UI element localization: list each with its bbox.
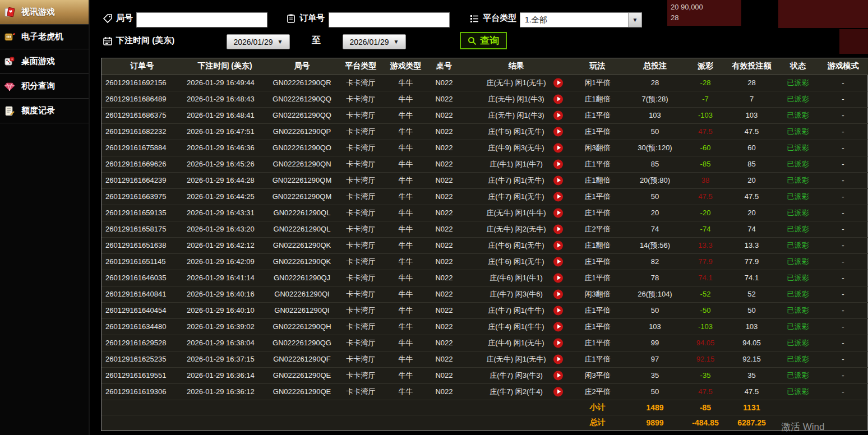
cell-status: 已派彩: [778, 75, 818, 91]
sidebar-item-slots[interactable]: 电子老虎机: [0, 25, 89, 49]
replay-video-icon[interactable]: [553, 289, 563, 299]
replay-video-icon[interactable]: [553, 273, 563, 283]
spacer-cell: [778, 400, 868, 415]
replay-video-icon[interactable]: [553, 322, 563, 331]
sidebar-item-points-query[interactable]: 积分查询: [0, 74, 89, 99]
replay-video-icon[interactable]: [553, 110, 563, 120]
cell-result: 庄(无牛) 闲2(无牛): [461, 221, 571, 237]
table-row[interactable]: 260129161634480 2026-01-29 16:39:02 GN02…: [101, 318, 868, 335]
cell-bet-type: 庄1平倍: [571, 107, 624, 123]
table-row[interactable]: 260129161686375 2026-01-29 16:48:41 GN02…: [101, 107, 868, 123]
table-row[interactable]: 260129161659135 2026-01-29 16:43:31 GN02…: [101, 205, 868, 221]
replay-video-icon[interactable]: [553, 94, 563, 104]
cell-game-mode: -: [818, 156, 868, 172]
cell-bet-type: 庄2平倍: [571, 383, 624, 400]
table-row[interactable]: 260129161658175 2026-01-29 16:43:20 GN02…: [101, 221, 868, 237]
replay-video-icon[interactable]: [553, 127, 563, 136]
cell-valid-bet: 7: [725, 91, 778, 107]
cell-bet-type: 闲3翻倍: [571, 286, 624, 302]
result-text: 庄(牛9) 闲3(无牛): [488, 144, 544, 152]
result-text: 庄(无牛) 闲1(无牛): [486, 355, 546, 363]
replay-video-icon[interactable]: [553, 354, 563, 364]
cell-status: 已派彩: [778, 270, 818, 286]
table-row[interactable]: 260129161651145 2026-01-29 16:42:09 GN02…: [101, 253, 868, 270]
cell-valid-bet: 50: [725, 302, 778, 318]
table-row[interactable]: 260129161640454 2026-01-29 16:40:10 GN02…: [101, 302, 868, 318]
replay-video-icon[interactable]: [553, 159, 563, 169]
date-to-picker[interactable]: 2026/01/29 ▼: [343, 34, 406, 49]
cell-result: 庄(无牛) 闲1(牛3): [461, 107, 571, 123]
cell-order-number: 260129161686489: [101, 91, 183, 107]
cell-platform: 卡卡湾厅: [337, 221, 385, 237]
cell-status: 已派彩: [778, 221, 818, 237]
cell-game-mode: -: [818, 75, 868, 91]
table-row[interactable]: 260129161640841 2026-01-29 16:40:16 GN02…: [101, 286, 868, 302]
replay-video-icon[interactable]: [553, 338, 563, 348]
order-number-input[interactable]: [329, 12, 450, 27]
table-row[interactable]: 260129161682232 2026-01-29 16:47:51 GN02…: [101, 123, 868, 140]
cell-game-mode: -: [818, 270, 868, 286]
cell-order-number: 260129161675884: [101, 140, 183, 156]
platform-type-select[interactable]: 1.全部 ▼: [520, 12, 642, 27]
cell-bet-time: 2026-01-29 16:47:51: [183, 123, 267, 140]
result-text: 庄(牛1) 闲1(牛7): [490, 160, 543, 168]
table-row[interactable]: 260129161669626 2026-01-29 16:45:26 GN02…: [101, 156, 868, 172]
cell-game-mode: -: [818, 302, 868, 318]
cell-game-type: 牛牛: [385, 318, 427, 335]
table-row[interactable]: 260129161625235 2026-01-29 16:37:15 GN02…: [101, 351, 868, 367]
replay-video-icon[interactable]: [553, 78, 563, 87]
table-row[interactable]: 260129161629528 2026-01-29 16:38:04 GN02…: [101, 335, 868, 351]
cell-total-bet: 30(预:120): [624, 140, 686, 156]
table-row[interactable]: 260129161692156 2026-01-29 16:49:44 GN02…: [101, 75, 868, 91]
cell-game-mode: -: [818, 351, 868, 367]
replay-video-icon[interactable]: [553, 192, 563, 201]
table-row[interactable]: 260129161619551 2026-01-29 16:36:14 GN02…: [101, 367, 868, 383]
table-row[interactable]: 260129161651638 2026-01-29 16:42:12 GN02…: [101, 237, 868, 253]
result-text: 庄(牛7) 闲3(牛6): [490, 290, 543, 298]
cell-round-number: GN022261290QQ: [267, 91, 337, 107]
table-row[interactable]: 260129161646035 2026-01-29 16:41:14 GN02…: [101, 270, 868, 286]
replay-video-icon[interactable]: [553, 240, 563, 250]
col-header-result: 结果: [461, 58, 571, 75]
cell-valid-bet: 20: [725, 172, 778, 188]
cell-bet-time: 2026-01-29 16:36:14: [183, 367, 267, 383]
cell-platform: 卡卡湾厅: [337, 351, 385, 367]
replay-video-icon[interactable]: [553, 306, 563, 315]
date-from-picker[interactable]: 2026/01/29 ▼: [227, 34, 290, 49]
cell-table-number: N022: [427, 75, 461, 91]
cell-result: 庄(牛9) 闲3(无牛): [461, 140, 571, 156]
spacer-cell: [101, 400, 571, 415]
cell-total-bet: 103: [624, 318, 686, 335]
sidebar-item-table-games[interactable]: 桌面游戏: [0, 49, 89, 74]
cell-platform: 卡卡湾厅: [337, 367, 385, 383]
cell-game-mode: -: [818, 205, 868, 221]
result-text: 庄(牛5) 闲1(无牛): [488, 127, 544, 136]
table-row[interactable]: 260129161686489 2026-01-29 16:48:43 GN02…: [101, 91, 868, 107]
replay-video-icon[interactable]: [553, 387, 563, 396]
cell-table-number: N022: [427, 383, 461, 400]
search-button[interactable]: 查询: [460, 32, 507, 49]
cell-bet-time: 2026-01-29 16:46:36: [183, 140, 267, 156]
replay-video-icon[interactable]: [553, 224, 563, 234]
table-row[interactable]: 260129161619306 2026-01-29 16:36:12 GN02…: [101, 383, 868, 400]
replay-video-icon[interactable]: [553, 257, 563, 266]
cell-order-number: 260129161634480: [101, 318, 183, 335]
col-header-payout: 派彩: [686, 58, 725, 75]
cell-result: 庄(牛6) 闲1(牛1): [461, 270, 571, 286]
cell-bet-type: 庄1翻倍: [571, 91, 624, 107]
replay-video-icon[interactable]: [553, 143, 563, 152]
cell-order-number: 260129161663975: [101, 188, 183, 205]
cell-game-mode: -: [818, 318, 868, 335]
cell-game-type: 牛牛: [385, 383, 427, 400]
round-number-input[interactable]: [136, 12, 267, 27]
replay-video-icon[interactable]: [553, 371, 563, 380]
cell-round-number: GN022261290QI: [267, 286, 337, 302]
table-row[interactable]: 260129161675884 2026-01-29 16:46:36 GN02…: [101, 140, 868, 156]
cell-platform: 卡卡湾厅: [337, 123, 385, 140]
replay-video-icon[interactable]: [553, 208, 563, 218]
sidebar-item-credit-records[interactable]: 额度记录: [0, 99, 89, 123]
table-row[interactable]: 260129161663975 2026-01-29 16:44:25 GN02…: [101, 188, 868, 205]
sidebar-item-video-games[interactable]: 视讯游戏: [0, 0, 89, 25]
replay-video-icon[interactable]: [553, 175, 563, 185]
table-row[interactable]: 260129161664239 2026-01-29 16:44:28 GN02…: [101, 172, 868, 188]
